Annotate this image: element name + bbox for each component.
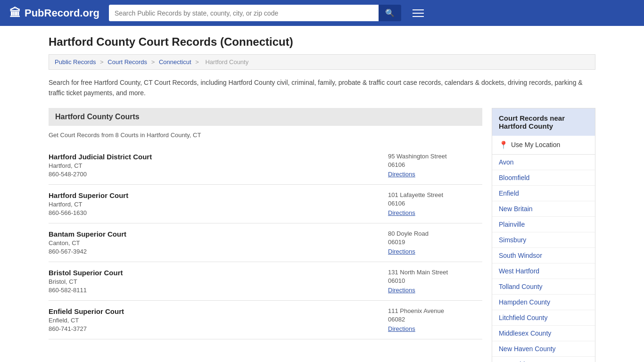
court-city-0: Hartford, CT (49, 162, 388, 169)
court-right-0: 95 Washington Street 06106 Directions (388, 153, 482, 178)
directions-link-1[interactable]: Directions (388, 209, 415, 216)
court-list: Hartford Judicial District Court Hartfor… (49, 146, 482, 339)
court-name-3: Bristol Superior Court (49, 269, 388, 277)
sidebar-link-hampden-county[interactable]: Hampden County (492, 295, 595, 310)
use-location-label: Use My Location (511, 141, 560, 148)
directions-link-3[interactable]: Directions (388, 287, 415, 294)
directions-link-2[interactable]: Directions (388, 248, 415, 255)
sidebar-link-enfield[interactable]: Enfield (492, 186, 595, 201)
court-name-0: Hartford Judicial District Court (49, 153, 388, 161)
court-phone-2: 860-567-3942 (49, 248, 388, 255)
court-phone-3: 860-582-8111 (49, 287, 388, 294)
court-zip-4: 06082 (388, 316, 482, 323)
court-left-4: Enfield Superior Court Enfield, CT 860-7… (49, 307, 388, 332)
court-address-2: 80 Doyle Road (388, 230, 482, 237)
court-phone-1: 860-566-1630 (49, 209, 388, 216)
courts-section-header: Hartford County Courts (49, 108, 482, 126)
court-address-3: 131 North Main Street (388, 269, 482, 276)
directions-link-4[interactable]: Directions (388, 325, 415, 332)
court-name-4: Enfield Superior Court (49, 307, 388, 315)
court-city-3: Bristol, CT (49, 278, 388, 285)
court-entry: Hartford Superior Court Hartford, CT 860… (49, 185, 482, 223)
sidebar-link-new-haven-county[interactable]: New Haven County (492, 341, 595, 357)
court-zip-3: 06010 (388, 277, 482, 284)
breadcrumb-connecticut[interactable]: Connecticut (159, 58, 191, 66)
court-left-0: Hartford Judicial District Court Hartfor… (49, 153, 388, 178)
sidebar-link-bloomfield[interactable]: Bloomfield (492, 170, 595, 186)
sidebar-link-west-hartford[interactable]: West Hartford (492, 263, 595, 279)
court-entry: Hartford Judicial District Court Hartfor… (49, 146, 482, 185)
breadcrumb-hartford-county: Hartford County (205, 58, 248, 66)
court-entry: Bantam Superior Court Canton, CT 860-567… (49, 223, 482, 262)
court-name-1: Hartford Superior Court (49, 191, 388, 199)
sidebar-link-south-windsor[interactable]: South Windsor (492, 248, 595, 263)
directions-link-0[interactable]: Directions (388, 171, 415, 178)
court-right-4: 111 Phoenix Avenue 06082 Directions (388, 307, 482, 332)
court-left-2: Bantam Superior Court Canton, CT 860-567… (49, 230, 388, 255)
content-layout: Hartford County Courts Get Court Records… (49, 108, 595, 362)
sidebar-link-new-britain[interactable]: New Britain (492, 201, 595, 217)
court-address-4: 111 Phoenix Avenue (388, 307, 482, 314)
sidebar-link-middlesex-county[interactable]: Middlesex County (492, 326, 595, 341)
sidebar-link-plainville[interactable]: Plainville (492, 217, 595, 232)
page-title: Hartford County Court Records (Connectic… (49, 35, 595, 49)
court-city-2: Canton, CT (49, 239, 388, 247)
sidebar-title: Court Records near Hartford County (492, 108, 595, 136)
sidebar: Court Records near Hartford County 📍 Use… (492, 108, 595, 362)
sidebar-link-simsbury[interactable]: Simsbury (492, 232, 595, 248)
court-city-1: Hartford, CT (49, 201, 388, 208)
breadcrumb-court-records[interactable]: Court Records (107, 58, 147, 66)
page-description: Search for free Hartford County, CT Cour… (49, 77, 595, 99)
court-entry: Enfield Superior Court Enfield, CT 860-7… (49, 301, 482, 339)
breadcrumb-sep-1: > (100, 58, 105, 66)
court-name-2: Bantam Superior Court (49, 230, 388, 238)
location-icon: 📍 (499, 140, 508, 149)
court-city-4: Enfield, CT (49, 317, 388, 324)
use-my-location[interactable]: 📍 Use My Location (492, 136, 595, 155)
court-left-1: Hartford Superior Court Hartford, CT 860… (49, 191, 388, 216)
search-input[interactable] (109, 5, 379, 21)
court-phone-0: 860-548-2700 (49, 171, 388, 178)
court-zip-0: 06106 (388, 161, 482, 168)
search-button[interactable]: 🔍 (379, 5, 401, 21)
menu-bar-1 (413, 9, 424, 10)
court-zip-1: 06106 (388, 200, 482, 207)
court-right-3: 131 North Main Street 06010 Directions (388, 269, 482, 294)
logo-icon: 🏛 (9, 7, 21, 20)
header: 🏛 PubRecord.org 🔍 (0, 0, 644, 26)
breadcrumb-sep-2: > (151, 58, 157, 66)
main-content: Hartford County Courts Get Court Records… (49, 108, 482, 362)
sidebar-link-avon[interactable]: Avon (492, 155, 595, 170)
court-phone-4: 860-741-3727 (49, 325, 388, 332)
search-bar: 🔍 (109, 5, 401, 21)
main-wrapper: Hartford County Court Records (Connectic… (39, 26, 605, 362)
menu-button[interactable] (411, 8, 426, 19)
sidebar-section: Court Records near Hartford County 📍 Use… (492, 108, 595, 362)
court-entry: Bristol Superior Court Bristol, CT 860-5… (49, 262, 482, 301)
court-zip-2: 06019 (388, 239, 482, 246)
sidebar-link-hampshire-county[interactable]: Hampshire County (492, 357, 595, 362)
breadcrumb-sep-3: > (195, 58, 200, 66)
breadcrumb-public-records[interactable]: Public Records (55, 58, 96, 66)
logo-text: PubRecord.org (25, 7, 99, 19)
logo[interactable]: 🏛 PubRecord.org (9, 7, 99, 20)
breadcrumb: Public Records > Court Records > Connect… (49, 54, 595, 70)
menu-bar-3 (413, 16, 424, 17)
court-address-0: 95 Washington Street (388, 153, 482, 160)
sidebar-link-tolland-county[interactable]: Tolland County (492, 279, 595, 295)
court-address-1: 101 Lafayette Street (388, 191, 482, 198)
court-right-1: 101 Lafayette Street 06106 Directions (388, 191, 482, 216)
courts-count: Get Court Records from 8 Courts in Hartf… (49, 132, 482, 139)
sidebar-links: AvonBloomfieldEnfieldNew BritainPlainvil… (492, 155, 595, 362)
court-right-2: 80 Doyle Road 06019 Directions (388, 230, 482, 255)
court-left-3: Bristol Superior Court Bristol, CT 860-5… (49, 269, 388, 294)
sidebar-link-litchfield-county[interactable]: Litchfield County (492, 310, 595, 326)
menu-bar-2 (413, 13, 424, 14)
